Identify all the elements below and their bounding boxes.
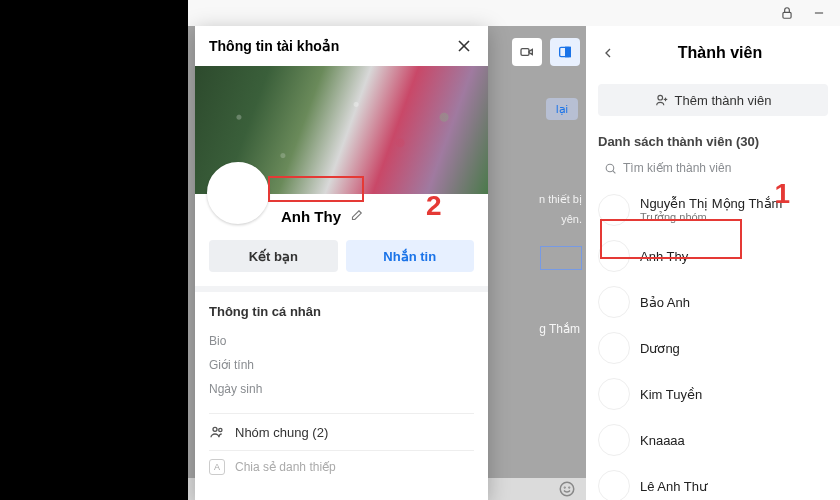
member-search-input[interactable]: Tìm kiếm thành viên — [598, 157, 828, 179]
list-item[interactable]: Bảo Anh — [598, 279, 828, 325]
gender-field: Giới tính — [209, 353, 474, 377]
add-member-button[interactable]: Thêm thành viên — [598, 84, 828, 116]
profile-avatar[interactable] — [207, 162, 269, 224]
share-card-label: Chia sẻ danh thiếp — [235, 460, 336, 474]
list-item[interactable]: Kim Tuyền — [598, 371, 828, 417]
svg-point-5 — [657, 95, 662, 100]
avatar — [598, 470, 630, 500]
list-item[interactable]: Lê Anh Thư — [598, 463, 828, 500]
window-titlebar — [188, 0, 840, 26]
share-card-row[interactable]: A Chia sẻ danh thiếp — [195, 451, 488, 483]
svg-point-8 — [606, 164, 614, 172]
member-name: Knaaaa — [640, 433, 685, 448]
list-item[interactable]: Nguyễn Thị Mộng Thắm Trưởng nhóm — [598, 187, 828, 233]
video-call-button[interactable] — [512, 38, 542, 66]
svg-rect-2 — [521, 49, 529, 56]
svg-rect-4 — [566, 47, 571, 56]
cover-photo — [195, 66, 488, 194]
svg-point-10 — [560, 482, 574, 496]
birthday-field: Ngày sinh — [209, 377, 474, 401]
avatar — [598, 378, 630, 410]
card-icon: A — [209, 459, 225, 475]
search-placeholder: Tìm kiếm thành viên — [623, 161, 731, 175]
emoji-icon[interactable] — [558, 480, 576, 498]
svg-point-12 — [569, 487, 570, 488]
search-icon — [604, 162, 617, 175]
panel-header: Thành viên — [598, 36, 828, 70]
background-pill: lại — [546, 98, 578, 120]
member-name: Bảo Anh — [640, 295, 690, 310]
section-title: Thông tin cá nhân — [209, 304, 474, 319]
edit-icon[interactable] — [349, 209, 363, 223]
add-member-label: Thêm thành viên — [675, 93, 772, 108]
bio-field: Bio — [209, 329, 474, 353]
list-item[interactable]: Dương — [598, 325, 828, 371]
back-button[interactable] — [598, 43, 618, 63]
avatar — [598, 286, 630, 318]
avatar — [598, 424, 630, 456]
annotation-number-2: 2 — [426, 190, 442, 222]
member-name: Anh Thy — [640, 249, 688, 264]
add-friend-button[interactable]: Kết bạn — [209, 240, 338, 272]
common-groups-row[interactable]: Nhóm chung (2) — [195, 414, 488, 450]
modal-title: Thông tin tài khoản — [209, 38, 339, 54]
avatar — [598, 194, 630, 226]
personal-info-section: Thông tin cá nhân Bio Giới tính Ngày sin… — [195, 292, 488, 413]
close-icon[interactable] — [454, 36, 474, 56]
member-list: Nguyễn Thị Mộng Thắm Trưởng nhóm Anh Thy… — [598, 187, 828, 500]
member-role: Trưởng nhóm — [640, 211, 782, 224]
avatar — [598, 240, 630, 272]
members-panel: Thành viên Thêm thành viên Danh sách thà… — [586, 26, 840, 500]
profile-name: Anh Thy — [281, 208, 341, 225]
svg-rect-0 — [783, 12, 791, 18]
profile-actions: Kết bạn Nhắn tin — [195, 230, 488, 286]
minimize-icon[interactable] — [812, 6, 826, 20]
annotation-number-1: 1 — [774, 178, 790, 210]
member-name: Dương — [640, 341, 680, 356]
panel-title: Thành viên — [632, 44, 828, 62]
background-box — [540, 246, 582, 270]
member-name: Lê Anh Thư — [640, 479, 707, 494]
list-item[interactable]: Knaaaa — [598, 417, 828, 463]
member-list-title: Danh sách thành viên (30) — [598, 134, 828, 149]
svg-point-11 — [564, 487, 565, 488]
member-name: Kim Tuyền — [640, 387, 702, 402]
background-username: g Thắm — [539, 322, 580, 336]
profile-modal: Thông tin tài khoản Anh Thy Kết bạn Nhắn… — [195, 26, 488, 500]
background-text: n thiết bị yên. — [494, 190, 582, 230]
svg-point-16 — [219, 428, 222, 431]
avatar — [598, 332, 630, 364]
svg-point-15 — [213, 427, 217, 431]
list-item[interactable]: Anh Thy — [598, 233, 828, 279]
group-icon — [209, 424, 225, 440]
panel-toggle-button[interactable] — [550, 38, 580, 66]
member-name: Nguyễn Thị Mộng Thắm — [640, 196, 782, 211]
common-groups-label: Nhóm chung (2) — [235, 425, 328, 440]
send-message-button[interactable]: Nhắn tin — [346, 240, 475, 272]
lock-icon — [780, 6, 794, 20]
svg-line-9 — [613, 170, 616, 173]
modal-header: Thông tin tài khoản — [195, 26, 488, 66]
